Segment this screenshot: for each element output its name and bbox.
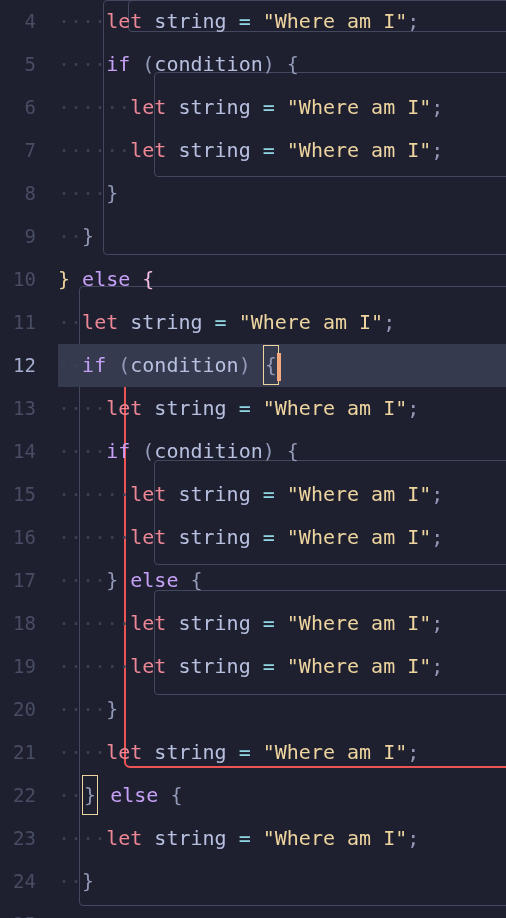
code-line[interactable]: ····if (condition) { (58, 430, 506, 473)
paren-close: ) (263, 52, 275, 76)
string-literal: "Where am I" (287, 482, 432, 506)
code-line[interactable]: ··} else { (58, 774, 506, 817)
code-line[interactable]: ······let string = "Where am I"; (58, 129, 506, 172)
brace-close: } (106, 697, 118, 721)
line-number: 23 (0, 817, 46, 860)
operator-eq: = (263, 611, 275, 635)
keyword-if: if (82, 353, 106, 377)
code-line[interactable]: ······let string = "Where am I"; (58, 86, 506, 129)
line-number: 8 (0, 172, 46, 215)
indent-guide: ······ (58, 654, 130, 678)
identifier: string (130, 310, 202, 334)
brace-open: { (265, 353, 277, 377)
code-line[interactable]: ······let string = "Where am I"; (58, 645, 506, 688)
semicolon: ; (431, 138, 443, 162)
code-editor[interactable]: 45678910111213141516171819202122232425 ·… (0, 0, 506, 918)
identifier: condition (154, 52, 262, 76)
indent-guide: ······ (58, 611, 130, 635)
paren-open: ( (142, 52, 154, 76)
brace-close: } (106, 568, 118, 592)
operator-eq: = (239, 9, 251, 33)
string-literal: "Where am I" (263, 9, 408, 33)
code-line[interactable]: ··} (58, 860, 506, 903)
keyword-let: let (130, 95, 166, 119)
semicolon: ; (431, 482, 443, 506)
line-number: 24 (0, 860, 46, 903)
keyword-else: else (82, 267, 130, 291)
string-literal: "Where am I" (239, 310, 384, 334)
indent-guide: ······ (58, 482, 130, 506)
string-literal: "Where am I" (287, 95, 432, 119)
string-literal: "Where am I" (287, 525, 432, 549)
line-number: 19 (0, 645, 46, 688)
semicolon: ; (407, 740, 419, 764)
operator-eq: = (239, 396, 251, 420)
code-line[interactable]: ······let string = "Where am I"; (58, 473, 506, 516)
code-line[interactable]: ······let string = "Where am I"; (58, 602, 506, 645)
string-literal: "Where am I" (263, 396, 408, 420)
operator-eq: = (239, 826, 251, 850)
line-number-gutter: 45678910111213141516171819202122232425 (0, 0, 46, 918)
line-number: 20 (0, 688, 46, 731)
code-line[interactable]: ······let string = "Where am I"; (58, 516, 506, 559)
paren-open: ( (142, 439, 154, 463)
operator-eq: = (263, 95, 275, 119)
line-number: 17 (0, 559, 46, 602)
identifier: string (154, 826, 226, 850)
keyword-if: if (106, 439, 130, 463)
code-line[interactable]: } else { (58, 258, 506, 301)
keyword-let: let (130, 611, 166, 635)
indent-guide: ······ (58, 95, 130, 119)
code-line[interactable]: ··let string = "Where am I"; (58, 301, 506, 344)
semicolon: ; (407, 826, 419, 850)
brace-close: } (106, 181, 118, 205)
line-number: 14 (0, 430, 46, 473)
paren-close: ) (239, 353, 251, 377)
line-number: 7 (0, 129, 46, 172)
code-line[interactable]: ····if (condition) { (58, 43, 506, 86)
brace-close: } (84, 783, 96, 807)
line-number: 13 (0, 387, 46, 430)
operator-eq: = (263, 138, 275, 162)
indent-guide: ·· (58, 310, 82, 334)
indent-guide: ···· (58, 740, 106, 764)
code-line[interactable]: ····let string = "Where am I"; (58, 0, 506, 43)
indent-guide: ······ (58, 525, 130, 549)
identifier: string (178, 525, 250, 549)
line-number: 5 (0, 43, 46, 86)
string-literal: "Where am I" (287, 654, 432, 678)
identifier: condition (154, 439, 262, 463)
line-number: 15 (0, 473, 46, 516)
brace-close: } (58, 267, 70, 291)
identifier: string (178, 482, 250, 506)
indent-guide: ···· (58, 826, 106, 850)
identifier: string (154, 740, 226, 764)
brace-close: } (82, 224, 94, 248)
keyword-let: let (106, 740, 142, 764)
code-line[interactable]: ····let string = "Where am I"; (58, 817, 506, 860)
string-literal: "Where am I" (287, 611, 432, 635)
code-line[interactable]: ····let string = "Where am I"; (58, 387, 506, 430)
operator-eq: = (215, 310, 227, 334)
indent-guide: ···· (58, 568, 106, 592)
keyword-else: else (130, 568, 178, 592)
line-number: 22 (0, 774, 46, 817)
semicolon: ; (383, 310, 395, 334)
indent-guide: ···· (58, 439, 106, 463)
code-line[interactable] (58, 903, 506, 918)
line-number: 25 (0, 903, 46, 918)
line-number: 16 (0, 516, 46, 559)
identifier: string (154, 9, 226, 33)
code-line[interactable]: ····} (58, 688, 506, 731)
code-line[interactable]: ··} (58, 215, 506, 258)
text-cursor (277, 353, 281, 381)
code-line[interactable]: ····} else { (58, 559, 506, 602)
bracket-match: } (82, 775, 98, 815)
code-line[interactable]: ··if (condition) { (58, 344, 506, 387)
keyword-let: let (130, 138, 166, 162)
line-number: 18 (0, 602, 46, 645)
code-line[interactable]: ····} (58, 172, 506, 215)
indent-guide: ···· (58, 52, 106, 76)
code-area[interactable]: ····let string = "Where am I";····if (co… (46, 0, 506, 918)
code-line[interactable]: ····let string = "Where am I"; (58, 731, 506, 774)
